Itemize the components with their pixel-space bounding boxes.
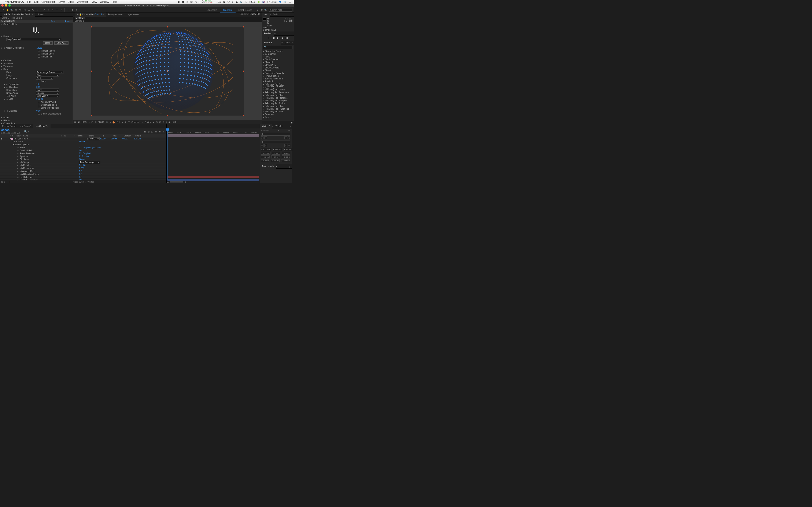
search-help-input[interactable] [269,8,293,12]
menu-help[interactable]: Help [112,0,117,3]
twirl-icon[interactable]: ▾ [1,23,3,25]
view-axis-icon[interactable]: ⊗ [75,8,78,12]
displace-value[interactable]: 0.00 [36,110,40,112]
viewer-canvas-wrap[interactable] [73,22,262,120]
ep-category[interactable]: ▸3D Channel [262,53,294,55]
workspace-standard[interactable]: Standard [220,7,236,12]
animation-group[interactable]: Animation [3,62,13,65]
twirl-icon[interactable]: ▾ [1,35,3,38]
snapshot-icon[interactable]: 📷 [105,121,108,123]
effects-search-input[interactable]: 🔍 [263,46,293,49]
menu-icon[interactable]: ☰ [289,1,291,3]
project-tab[interactable]: Project [35,12,46,17]
icon[interactable]: ⊞ [159,121,161,123]
motion-btn[interactable]: ✦ORBIT [271,156,280,158]
ep-category[interactable]: ▸Film Emulation [262,74,294,77]
ep-category[interactable]: ▸FxFactory Pro Transitions [262,108,294,110]
wiggler-tab[interactable]: Wiggler [273,124,285,128]
camera-prop-row[interactable]: ◇Aperture61.6 pixels [0,155,166,158]
audio-tab[interactable]: Audio [271,12,281,17]
ep-category[interactable]: ▸FxFactory Pro Sharpen [262,99,294,102]
vol-icon[interactable]: 🔉 [240,1,243,3]
motion-slider-2[interactable] [261,140,290,143]
menu-layer[interactable]: Layer [59,0,65,3]
visibility-icon[interactable]: ◉ [0,137,3,140]
component-dropdown[interactable]: Red [36,77,53,80]
twirl-icon[interactable]: ▸ [4,83,6,86]
render-queue-tab[interactable]: Render Queue [0,124,18,128]
tl-icon[interactable]: ◧ [147,130,150,133]
app-name[interactable]: After Effects CC [5,0,24,3]
motion-graph-icon[interactable]: 〰 [289,130,290,132]
pen-tool-icon[interactable]: ✎ [31,8,35,12]
effects-group[interactable]: Effects [3,119,10,122]
form-group[interactable]: Form [3,68,8,70]
next-frame-icon[interactable]: ∣▶ [281,37,284,39]
mag-value[interactable]: 100% [82,121,87,123]
ep-category[interactable]: ▸Color Correction [262,66,294,69]
text-angle-dropdown[interactable]: Side View X - [36,95,59,97]
rect-tool-icon[interactable]: ▭ [27,8,31,12]
workspace-essentials[interactable]: Essentials [204,7,220,12]
rotate-tool-icon[interactable]: ⟳ [14,8,18,12]
ep-category[interactable]: ▸Channel [262,61,294,64]
views-value[interactable]: 1 View [145,121,151,123]
ep-category[interactable]: ▸Frischluft [262,80,294,83]
camera-prop-row[interactable]: ◇Iris Roundness0.0% [0,167,166,170]
ep-category[interactable]: ▸FxFactory Pro Tiling [262,105,294,108]
dropbox-icon[interactable]: ⬢ [182,1,184,3]
toggle-switches-button[interactable]: Toggle Switches / Modes [73,181,94,183]
tl-toggle-icon[interactable]: ⊞ ⊡ [1,181,5,183]
ep-category[interactable]: ▸FxFactory Pro Color Correction [262,86,294,88]
icon[interactable]: ⊡ [163,121,164,123]
eraser-tool-icon[interactable]: ✑ [51,8,54,12]
preset-dropdown[interactable]: Map Spherical [6,38,61,41]
local-axis-icon[interactable]: ⊹ [66,8,70,12]
workspace-small-screen[interactable]: Small Screen [236,7,255,12]
motion-btn[interactable]: ✦EXCITE [261,148,271,151]
fit-icon[interactable]: ⊡ [91,121,93,123]
twirl-icon[interactable]: ▸ [1,119,3,122]
menu-view[interactable]: View [92,0,97,3]
tl-icon[interactable]: ⬒ [144,130,146,133]
ep-category[interactable]: ▸CINEMA 4D [262,64,294,66]
menu-effect[interactable]: Effect [68,0,74,3]
ep-category[interactable]: ▸Blur & Sharpen [262,58,294,61]
guides-icon[interactable]: ⊞ [124,121,126,123]
menu-window[interactable]: Window [100,0,109,3]
clone-tool-icon[interactable]: ⟐ [47,8,50,12]
tl-icon[interactable]: ⬚ [151,130,153,133]
motion-btn[interactable]: ✦CLONE [261,152,270,155]
renderer-label[interactable]: Renderer: Classic 3D [240,13,260,15]
center-disp-checkbox[interactable] [38,113,40,115]
effect-name[interactable]: Nodes 2 [5,20,14,22]
camera-prop-row[interactable]: ◇Iris Diffraction Fringe0.0 [0,173,166,176]
motion-btn[interactable]: ✦WARP [261,159,269,162]
tl-icon[interactable]: ⊞ [159,130,161,133]
viewer-canvas[interactable] [91,27,244,116]
use-img-checkbox[interactable] [38,104,40,106]
icon[interactable]: ⊟ [156,121,158,123]
ep-category[interactable]: ▸FxFactory Pro Video [262,110,294,113]
puppet-tool-icon[interactable]: ✦ [59,8,63,12]
search-icon[interactable]: 🔍 [284,1,287,3]
twirl-icon[interactable]: ▾ [1,68,3,70]
trash-icon[interactable]: 🗑 [289,165,291,168]
twirl-icon[interactable]: ▸ [1,59,3,62]
composition-tab[interactable]: ■ 🔒 Composition Comp 2 ≡ [75,12,106,17]
camera-prop-row[interactable]: ◇Iris ShapeFast Rectangle [0,161,166,164]
search-icon[interactable]: 🔍 [264,8,267,12]
camera-prop-row[interactable]: ◇Focus Distance2317.6 pixels [0,152,166,155]
roto-tool-icon[interactable]: ✧ [55,8,59,12]
status-icon[interactable]: ⊛ [186,1,188,3]
preview-tab[interactable]: Preview [262,32,273,36]
camera-prop-row[interactable]: ◇Highlight Threshold255 [0,179,166,180]
ep-category[interactable]: ▸FxFactory Pro Glow [262,94,294,97]
oscillator-group[interactable]: Oscillator [3,59,12,62]
ep-category[interactable]: ▸Audio [262,55,294,58]
twirl-icon[interactable]: ▸ [4,86,6,88]
open-button[interactable]: Open [43,41,53,45]
twirl-icon[interactable]: ▾ [10,137,11,140]
motion-btn[interactable]: ✦STARE [281,159,290,162]
layer-bar-shape[interactable] [167,179,259,181]
